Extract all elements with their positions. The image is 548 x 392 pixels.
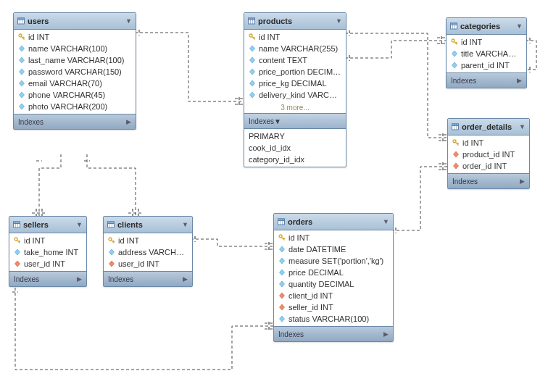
table-columns: id INTtake_home INTuser_id INT xyxy=(9,233,86,271)
column-row[interactable]: address VARCHAR... xyxy=(107,246,189,258)
column-row[interactable]: measure SET('portion','kg') xyxy=(277,255,390,267)
table-columns: id INTdate DATETIMEmeasure SET('portion'… xyxy=(274,230,393,326)
collapse-icon[interactable]: ▼ xyxy=(519,123,526,130)
diamond-icon xyxy=(18,80,25,87)
diamond-icon xyxy=(249,57,256,64)
column-row[interactable]: name VARCHAR(255) xyxy=(247,43,343,54)
diamond-icon xyxy=(278,315,286,322)
column-row[interactable]: parent_id INT xyxy=(449,59,523,71)
table-clients[interactable]: clients ▼ id INTaddress VARCHAR...user_i… xyxy=(103,216,193,287)
indexes-footer[interactable]: Indexes▶ xyxy=(274,326,393,341)
foreign-key-icon xyxy=(278,304,286,311)
column-row[interactable]: id INT xyxy=(17,31,133,43)
collapse-icon[interactable]: ▼ xyxy=(336,17,342,25)
collapse-icon[interactable]: ▼ xyxy=(182,221,188,228)
table-sellers[interactable]: sellers ▼ id INTtake_home INTuser_id INT… xyxy=(9,216,87,287)
table-header[interactable]: orders ▼ xyxy=(274,214,393,230)
column-row[interactable]: name VARCHAR(100) xyxy=(17,43,133,54)
column-row[interactable]: seller_id INT xyxy=(277,301,390,313)
key-icon xyxy=(451,38,458,46)
indexes-footer[interactable]: Indexes▶ xyxy=(448,173,529,188)
column-row[interactable]: id INT xyxy=(107,235,189,246)
column-label: last_name VARCHAR(100) xyxy=(28,56,124,64)
table-icon xyxy=(450,22,457,30)
column-row[interactable]: photo VARCHAR(200) xyxy=(17,101,133,112)
column-row[interactable]: order_id INT xyxy=(451,160,526,172)
column-row[interactable]: client_id INT xyxy=(277,290,390,301)
diamond-icon xyxy=(18,45,25,52)
diamond-icon xyxy=(451,62,458,69)
column-row[interactable]: quantity DECIMAL xyxy=(277,278,390,290)
column-label: password VARCHAR(150) xyxy=(28,67,122,76)
index-item[interactable]: category_id_idx xyxy=(249,154,341,165)
column-label: phone VARCHAR(45) xyxy=(28,91,105,99)
indexes-subheader[interactable]: Indexes▼ xyxy=(244,113,346,129)
column-row[interactable]: id INT xyxy=(277,232,390,243)
column-label: name VARCHAR(100) xyxy=(28,44,107,53)
table-header[interactable]: categories ▼ xyxy=(447,18,526,35)
column-row[interactable]: email VARCHAR(70) xyxy=(17,78,133,89)
column-row[interactable]: delivery_kind VARCHA... xyxy=(247,89,343,101)
table-users[interactable]: users ▼ id INTname VARCHAR(100)last_name… xyxy=(13,12,136,130)
table-title: clients xyxy=(117,220,143,229)
diamond-icon xyxy=(18,57,25,64)
column-label: measure SET('portion','kg') xyxy=(288,257,383,265)
column-row[interactable]: product_id INT xyxy=(451,149,526,160)
indexes-footer[interactable]: Indexes▶ xyxy=(9,271,86,286)
column-row[interactable]: content TEXT xyxy=(247,54,343,66)
table-order-details[interactable]: order_details ▼ id INTproduct_id INTorde… xyxy=(447,118,530,189)
column-row[interactable]: password VARCHAR(150) xyxy=(17,66,133,78)
index-item[interactable]: cook_id_idx xyxy=(249,142,341,154)
column-row[interactable]: price_kg DECIMAL xyxy=(247,78,343,89)
table-icon xyxy=(248,17,255,25)
diamond-icon xyxy=(278,257,286,264)
column-row[interactable]: title VARCHAR(100) xyxy=(449,48,523,59)
column-row[interactable]: id INT xyxy=(449,36,523,48)
column-row[interactable]: id INT xyxy=(12,235,83,246)
column-label: address VARCHAR... xyxy=(118,248,188,257)
indexes-footer[interactable]: Indexes▶ xyxy=(447,72,526,88)
foreign-key-icon xyxy=(108,260,115,267)
collapse-icon[interactable]: ▼ xyxy=(516,22,523,30)
column-row[interactable]: user_id INT xyxy=(12,258,83,270)
column-row[interactable]: phone VARCHAR(45) xyxy=(17,89,133,101)
table-categories[interactable]: categories ▼ id INTtitle VARCHAR(100)par… xyxy=(446,17,527,88)
index-item[interactable]: PRIMARY xyxy=(249,130,341,142)
indexes-footer[interactable]: Indexes▶ xyxy=(104,271,192,286)
key-icon xyxy=(278,234,286,241)
column-row[interactable]: price DECIMAL xyxy=(277,267,390,278)
diamond-icon xyxy=(278,246,286,253)
column-label: client_id INT xyxy=(288,291,333,300)
column-row[interactable]: user_id INT xyxy=(107,258,189,270)
table-header[interactable]: users ▼ xyxy=(14,13,136,30)
indexes-footer[interactable]: Indexes▶ xyxy=(14,114,136,129)
collapse-icon[interactable]: ▼ xyxy=(76,221,83,228)
table-title: users xyxy=(28,17,49,25)
table-products[interactable]: products ▼ id INTname VARCHAR(255)conten… xyxy=(244,12,346,167)
column-row[interactable]: last_name VARCHAR(100) xyxy=(17,54,133,66)
column-label: id INT xyxy=(118,236,139,245)
table-header[interactable]: clients ▼ xyxy=(104,217,192,233)
column-label: email VARCHAR(70) xyxy=(28,79,102,88)
column-row[interactable]: price_portion DECIMAL xyxy=(247,66,343,78)
column-row[interactable]: status VARCHAR(100) xyxy=(277,313,390,325)
column-row[interactable]: date DATETIME xyxy=(277,243,390,255)
column-row[interactable]: id INT xyxy=(451,137,526,149)
column-label: price_kg DECIMAL xyxy=(259,79,327,88)
table-header[interactable]: sellers ▼ xyxy=(9,217,86,233)
column-label: title VARCHAR(100) xyxy=(461,49,522,58)
table-icon xyxy=(107,221,115,228)
collapse-icon[interactable]: ▼ xyxy=(125,17,132,25)
table-icon xyxy=(13,221,20,228)
column-row[interactable]: id INT xyxy=(247,31,343,43)
column-label: id INT xyxy=(461,38,482,46)
table-header[interactable]: products ▼ xyxy=(244,13,346,30)
table-orders[interactable]: orders ▼ id INTdate DATETIMEmeasure SET(… xyxy=(273,213,394,342)
collapse-icon[interactable]: ▼ xyxy=(383,218,389,225)
column-label: user_id INT xyxy=(118,259,159,268)
column-row[interactable]: take_home INT xyxy=(12,246,83,258)
table-header[interactable]: order_details ▼ xyxy=(448,119,529,135)
more-columns-label[interactable]: 3 more... xyxy=(244,102,346,113)
table-columns: id INTname VARCHAR(100)last_name VARCHAR… xyxy=(14,30,136,114)
column-label: id INT xyxy=(24,236,45,245)
